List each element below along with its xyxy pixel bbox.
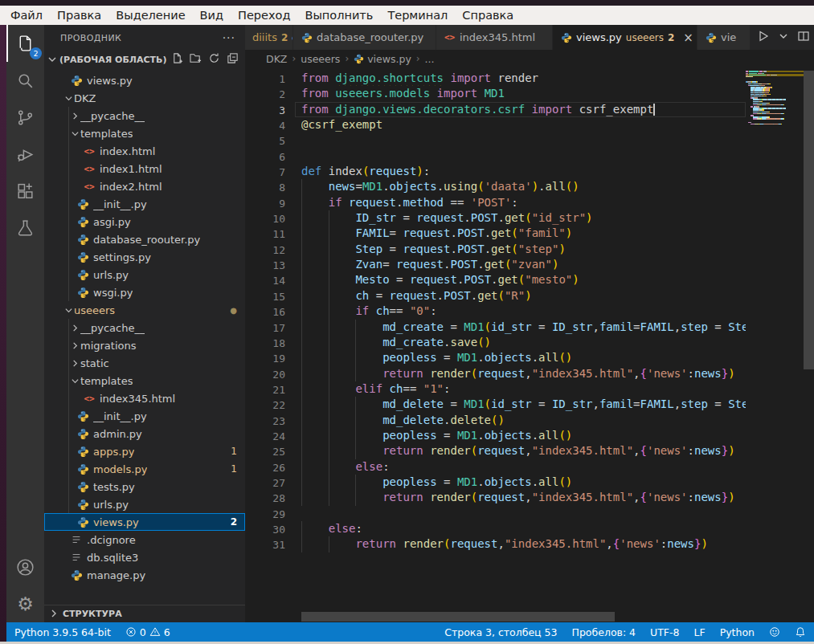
horizontal-scrollbar[interactable] — [301, 612, 615, 622]
run-button[interactable] — [757, 30, 770, 46]
code-line[interactable]: 28 return render(request,"index345.html"… — [245, 490, 746, 505]
tab-vie[interactable]: vie — [697, 25, 751, 50]
code-line[interactable]: 26 else: — [245, 459, 746, 475]
activity-search[interactable] — [6, 62, 44, 99]
code-line[interactable]: 31 return render(request,"index345.html"… — [245, 536, 746, 552]
collapse-all-icon[interactable] — [227, 52, 239, 67]
tree-item-index345.html[interactable]: <>index345.html — [44, 389, 245, 407]
tab-index345.html[interactable]: <>index345.html — [436, 25, 553, 50]
tree-item-manage.py[interactable]: manage.py — [44, 566, 245, 584]
code-line[interactable]: 29 — [245, 506, 746, 521]
tree-item-DKZ[interactable]: DKZ — [44, 89, 245, 107]
tree-item-.dcignore[interactable]: .dcignore — [44, 531, 245, 548]
activity-explorer[interactable]: 2 — [6, 25, 44, 62]
code-line[interactable]: 27 peopless = MD1.objects.all() — [245, 475, 746, 490]
code-line[interactable]: 2from useeers.models import MD1 — [245, 86, 746, 101]
code-line[interactable]: 21 elif ch== "1": — [245, 381, 746, 397]
code-line[interactable]: 12 Step = request.POST.get("step") — [245, 242, 746, 257]
code-line[interactable]: 24 peopless = MD1.objects.all() — [245, 428, 746, 443]
new-file-icon[interactable] — [171, 52, 183, 67]
menu-item[interactable]: Переход — [231, 6, 297, 25]
status-problems[interactable]: 06 — [125, 626, 170, 638]
refresh-icon[interactable] — [208, 52, 220, 67]
code-line[interactable]: 9 if request.method == 'POST': — [245, 195, 746, 210]
tree-item-__init__.py[interactable]: __init__.py — [44, 407, 245, 425]
sidebar-more-actions-icon[interactable]: ··· — [223, 31, 235, 44]
close-icon[interactable]: × — [683, 31, 693, 45]
outline-section-header[interactable]: СТРУКТУРА — [44, 605, 245, 622]
menu-item[interactable]: Справка — [455, 6, 521, 25]
tab-views.py[interactable]: views.pyuseeers2× — [553, 25, 697, 50]
tree-item-views.py[interactable]: views.py — [44, 71, 245, 89]
activity-account[interactable] — [6, 548, 44, 585]
tree-item-useeers[interactable]: useeers● — [44, 301, 245, 319]
menu-item[interactable]: Терминал — [380, 6, 455, 25]
tree-item-settings.py[interactable]: settings.py — [44, 248, 245, 266]
code-line[interactable]: 8 news=MD1.objects.using('daata').all() — [245, 179, 746, 194]
status-language[interactable]: Python — [720, 626, 755, 638]
tree-item-templates[interactable]: templates — [44, 124, 245, 142]
code-line[interactable]: 11 FAMIL= request.POST.get("famil") — [245, 226, 746, 241]
tree-item-models.py[interactable]: models.py1 — [44, 460, 245, 478]
activity-source-control[interactable] — [6, 99, 44, 136]
code-line[interactable]: 16 if ch== "0": — [245, 304, 746, 319]
tree-item-index.html[interactable]: <>index.html — [44, 142, 245, 160]
code-line[interactable]: 25 return render(request,"index345.html"… — [245, 443, 746, 459]
code-line[interactable]: 19 peopless = MD1.objects.all() — [245, 350, 746, 365]
breadcrumb-item[interactable]: DKZ — [266, 53, 287, 65]
tree-item-templates[interactable]: templates — [44, 372, 245, 389]
tree-item-migrations[interactable]: migrations — [44, 336, 245, 354]
menu-item[interactable]: Вид — [193, 6, 231, 25]
code-line[interactable]: 13 Zvan= request.POST.get("zvan") — [245, 257, 746, 272]
code-line[interactable]: 5 — [245, 132, 746, 148]
code-line[interactable]: 4@csrf_exempt — [245, 117, 746, 132]
run-dropdown-button[interactable] — [777, 30, 790, 46]
code-line[interactable]: 15 ch = request.POST.get("R") — [245, 288, 746, 304]
code-line[interactable]: 7def index(request): — [245, 164, 746, 179]
code-line[interactable]: 3from django.views.decorators.csrf impor… — [245, 102, 746, 117]
workspace-section-header[interactable]: (РАБОЧАЯ ОБЛАСТЬ) ... — [44, 51, 245, 68]
tree-item-index1.html[interactable]: <>index1.html — [44, 160, 245, 177]
tree-item-tests.py[interactable]: tests.py — [44, 478, 245, 495]
breadcrumb-item[interactable]: useeers — [301, 53, 340, 65]
activity-extensions[interactable] — [6, 173, 44, 210]
status-feedback[interactable] — [769, 626, 780, 638]
code-line[interactable]: 17 md_create = MD1(id_str = ID_str,famil… — [245, 320, 746, 335]
tree-item-db.sqlite3[interactable]: db.sqlite3 — [44, 548, 245, 566]
tree-item-urls.py[interactable]: urls.py — [44, 495, 245, 513]
status-python-version[interactable]: Python 3.9.5 64-bit — [14, 626, 111, 638]
tree-item-asgi.py[interactable]: asgi.py — [44, 213, 245, 230]
code-line[interactable]: 14 Mesto = request.POST.get("mesto") — [245, 272, 746, 287]
activity-run-debug[interactable] — [6, 136, 44, 173]
status-eol[interactable]: LF — [694, 626, 706, 638]
tree-item-static[interactable]: static — [44, 354, 245, 372]
tree-item-views.py[interactable]: views.py2 — [44, 513, 245, 531]
menu-item[interactable]: Файл — [3, 6, 50, 25]
tree-item-admin.py[interactable]: admin.py — [44, 425, 245, 442]
tree-item-apps.py[interactable]: apps.py1 — [44, 442, 245, 460]
tree-item-urls.py[interactable]: urls.py — [44, 266, 245, 283]
code-line[interactable]: 20 return render(request,"index345.html"… — [245, 366, 746, 381]
code-line[interactable]: 22 md_delete = MD1(id_str = ID_str,famil… — [245, 397, 746, 412]
code-line[interactable]: 30 else: — [245, 521, 746, 536]
new-folder-icon[interactable] — [190, 52, 202, 67]
menu-item[interactable]: Выполнить — [297, 6, 380, 25]
menu-item[interactable]: Выделение — [108, 6, 192, 25]
status-cursor-position[interactable]: Строка 3, столбец 53 — [444, 626, 557, 638]
code-editor[interactable]: 1from django.shortcuts import render2fro… — [245, 67, 814, 622]
code-line[interactable]: 18 md_create.save() — [245, 335, 746, 350]
tab-diiits[interactable]: diiits2● — [245, 25, 293, 50]
tree-item-database_roouter.py[interactable]: database_roouter.py — [44, 230, 245, 248]
menu-item[interactable]: Правка — [50, 6, 108, 25]
vertical-scrollbar[interactable] — [804, 71, 814, 369]
tab-database_roouter.py[interactable]: database_roouter.py — [293, 25, 436, 50]
breadcrumb-item[interactable]: views.py — [354, 53, 411, 65]
minimap[interactable] — [746, 71, 804, 125]
tree-item-__pycache__[interactable]: __pycache__ — [44, 107, 245, 124]
code-line[interactable]: 6 — [245, 149, 746, 164]
status-indentation[interactable]: Пробелов: 4 — [572, 626, 636, 638]
code-line[interactable]: 10 ID_str = request.POST.get("id_str") — [245, 210, 746, 226]
code-line[interactable]: 23 md_delete.delete() — [245, 413, 746, 428]
activity-settings[interactable]: ⚙ — [6, 585, 44, 622]
status-notifications[interactable] — [795, 626, 806, 638]
